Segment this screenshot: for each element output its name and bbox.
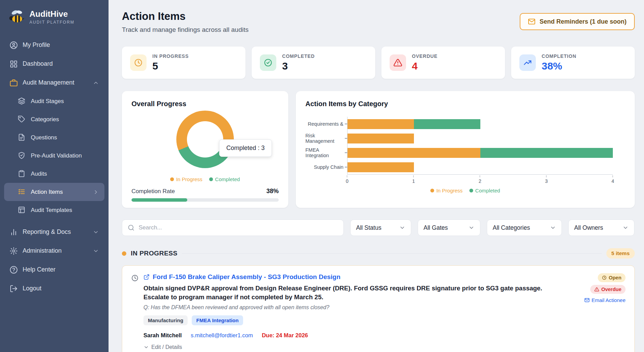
status-filter[interactable]: All Status	[350, 219, 411, 236]
due-date: Due: 24 Mar 2026	[262, 332, 308, 339]
charts-row: Overall Progress Completed : 3 In Progre…	[122, 91, 635, 208]
template-icon	[18, 206, 26, 214]
completion-bar-fill	[131, 198, 187, 202]
categories-filter[interactable]: All Categories	[487, 219, 562, 236]
stat-label: OVERDUE	[412, 53, 438, 59]
stat-value: 4	[412, 60, 438, 72]
sidebar-item-categories[interactable]: Categories	[4, 110, 104, 128]
page-header: Action Items Track and manage findings a…	[122, 10, 635, 34]
chevron-down-icon	[93, 248, 99, 254]
legend-label: Completed	[215, 176, 240, 182]
bar-plot-area: 01234	[347, 117, 613, 184]
sidebar-item-label: Reporting & Docs	[23, 228, 71, 236]
categories-filter-value: All Categories	[493, 224, 530, 231]
sidebar-item-logout[interactable]: Logout	[4, 279, 104, 298]
filter-row: All Status All Gates All Categories All …	[122, 219, 635, 236]
legend-item: In Progress	[430, 188, 463, 193]
stat-text: COMPLETED 3	[282, 53, 315, 72]
section-title: IN PROGRESS	[131, 250, 177, 257]
legend-dot	[209, 177, 213, 181]
stat-text: OVERDUE 4	[412, 53, 438, 72]
search-box	[122, 219, 344, 236]
bar-category-label: FMEA Integration	[305, 146, 347, 160]
category-tag: Manufacturing	[143, 315, 188, 325]
stat-label: IN PROGRESS	[152, 53, 189, 59]
legend-dot	[430, 189, 434, 192]
sidebar-item-audit-stages[interactable]: Audit Stages	[4, 92, 104, 110]
sidebar-item-label: Questions	[31, 134, 57, 141]
stat-label: COMPLETION	[542, 53, 576, 59]
email-actionee-link[interactable]: Email Actionee	[584, 297, 626, 303]
owner-row: Sarah Mitchell s.mitchell@fordtier1.com …	[143, 332, 569, 339]
page-subtitle: Track and manage findings across all aud…	[122, 26, 249, 34]
axis-tick-label: 1	[412, 175, 415, 184]
external-link-icon	[143, 274, 150, 280]
stat-card-completion: COMPLETION 38%	[511, 47, 635, 79]
action-item-title-row: Ford F-150 Brake Caliper Assembly - SG3 …	[143, 273, 569, 281]
stat-text: COMPLETION 38%	[542, 53, 576, 72]
email-actionee-label: Email Actionee	[592, 297, 626, 303]
owner-email-link[interactable]: s.mitchell@fordtier1.com	[191, 332, 253, 339]
action-item-title-link[interactable]: Ford F-150 Brake Caliper Assembly - SG3 …	[153, 273, 340, 281]
stat-value: 5	[152, 60, 189, 72]
stat-label: COMPLETED	[282, 53, 315, 59]
main-content: Action Items Track and manage findings a…	[109, 0, 644, 352]
search-input[interactable]	[139, 224, 338, 231]
legend-label: Completed	[475, 188, 500, 193]
axis-tick-label: 0	[346, 175, 349, 184]
search-icon	[128, 224, 135, 231]
bar-xaxis: 01234	[347, 175, 613, 184]
logout-icon	[10, 285, 18, 293]
stat-card-in-progress: IN PROGRESS 5	[122, 47, 245, 79]
brand[interactable]: AuditHive AUDIT PLATFORM	[0, 0, 109, 32]
grid-icon	[10, 60, 18, 68]
sidebar-item-action-items[interactable]: Action Items	[4, 183, 104, 201]
sidebar-item-label: Help Center	[23, 266, 55, 273]
tag-icon	[18, 115, 26, 124]
bar-track	[348, 117, 613, 131]
action-item-card: Ford F-150 Brake Caliper Assembly - SG3 …	[122, 265, 635, 352]
donut-legend: In ProgressCompleted	[131, 176, 279, 182]
sidebar-item-help-center[interactable]: Help Center	[4, 260, 104, 279]
sidebar-item-audits[interactable]: Audits	[4, 165, 104, 183]
sidebar-item-audit-templates[interactable]: Audit Templates	[4, 201, 104, 219]
stat-text: IN PROGRESS 5	[152, 53, 189, 72]
stat-card-completed: COMPLETED 3	[252, 47, 375, 79]
legend-label: In Progress	[176, 176, 202, 182]
sidebar-item-label: My Profile	[23, 41, 50, 49]
sidebar-item-my-profile[interactable]: My Profile	[4, 36, 104, 54]
action-item-body: Ford F-150 Brake Caliper Assembly - SG3 …	[143, 273, 569, 350]
sidebar-item-administration[interactable]: Administration	[4, 241, 104, 260]
sidebar-item-reporting-docs[interactable]: Reporting & Docs	[4, 223, 104, 241]
gates-filter[interactable]: All Gates	[418, 219, 480, 236]
bar-field	[347, 117, 613, 175]
brand-name: AuditHive	[29, 9, 75, 19]
sidebar-item-questions[interactable]: Questions	[4, 128, 104, 147]
clock-icon	[130, 54, 147, 71]
tag-row: Manufacturing FMEA Integration	[143, 315, 569, 325]
stats-row: IN PROGRESS 5 COMPLETED 3 OVERDUE 4 COMP…	[122, 47, 635, 79]
action-item-description: Obtain signed DVP&R approval from Design…	[143, 284, 569, 301]
stat-card-overdue: OVERDUE 4	[381, 47, 505, 79]
sidebar-item-dashboard[interactable]: Dashboard	[4, 54, 104, 73]
send-reminders-button[interactable]: Send Reminders (1 due soon)	[520, 13, 635, 30]
legend-item: Completed	[469, 188, 500, 193]
sidebar-item-label: Audit Templates	[31, 207, 72, 214]
sidebar-item-audit-management[interactable]: Audit Management	[4, 73, 104, 92]
sidebar-item-label: Audit Stages	[31, 98, 64, 105]
file-text-icon	[18, 134, 26, 142]
donut-chart-area: Completed : 3	[131, 111, 279, 176]
chevron-right-icon	[93, 189, 99, 195]
chevron-down-icon	[93, 229, 99, 235]
edit-details-toggle[interactable]: Edit / Details	[143, 344, 569, 350]
user-icon	[10, 41, 18, 49]
action-item-badges: Open Overdue Email Actionee	[574, 273, 626, 350]
sidebar-item-label: Audits	[31, 171, 47, 177]
sidebar-item-pre-audit-validation[interactable]: Pre-Audit Validation	[4, 147, 104, 165]
page-title: Action Items	[122, 10, 249, 23]
action-item-question: Q: Has the DFMEA been reviewed and appro…	[143, 304, 569, 311]
brand-tagline: AUDIT PLATFORM	[29, 20, 75, 25]
check-circle-icon	[260, 54, 276, 71]
axis-tick-label: 2	[479, 175, 481, 184]
owners-filter[interactable]: All Owners	[568, 219, 634, 236]
